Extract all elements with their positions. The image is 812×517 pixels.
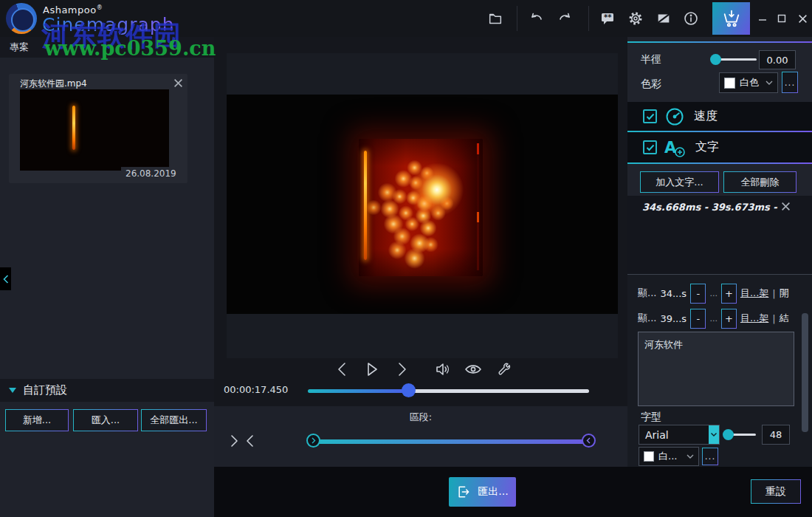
preset-import-button[interactable]: 匯入... <box>73 409 138 431</box>
pipe: | <box>772 288 775 299</box>
text-overlay-remove-button[interactable] <box>781 202 791 212</box>
chevron-left-icon <box>586 437 591 444</box>
font-family-dropdown[interactable]: Arial <box>639 425 720 445</box>
chevron-down-icon <box>687 454 694 459</box>
shop-button[interactable] <box>712 2 750 35</box>
custom-presets-header[interactable]: 自訂預設 <box>0 379 214 402</box>
chevron-right-icon <box>311 437 316 444</box>
end-time-row: 顯... 39...s - ... + 目...架 | 結 <box>638 308 806 329</box>
preset-new-button[interactable]: 新增... <box>5 409 69 431</box>
font-size-slider-track[interactable] <box>732 434 756 436</box>
increase-button[interactable]: + <box>721 309 737 329</box>
export-button[interactable]: 匯出... <box>449 477 516 507</box>
reset-button[interactable]: 重設 <box>751 479 801 504</box>
clip-thumbnail[interactable] <box>20 89 169 171</box>
feedback-button[interactable]: ** <box>596 7 619 30</box>
radius-slider-track[interactable] <box>720 58 757 61</box>
plus-label: + <box>725 313 733 324</box>
watermark-site-url: www.pc0359.cn <box>44 37 216 60</box>
segment-end-handle[interactable] <box>582 434 596 448</box>
next-frame-button[interactable] <box>393 360 412 379</box>
font-family-value: Arial <box>645 429 709 441</box>
minimize-button[interactable] <box>754 11 771 26</box>
overlay-text-input[interactable]: 河东软件 <box>638 332 794 406</box>
row-label: 顯... <box>638 312 656 325</box>
speed-section-header: 速度 <box>627 102 812 131</box>
maximize-button[interactable] <box>774 11 790 26</box>
segment-range-track[interactable] <box>314 439 588 444</box>
add-text-button[interactable]: 加入文字... <box>640 171 719 193</box>
previous-frame-button[interactable] <box>332 360 351 379</box>
divider <box>627 274 812 275</box>
timeline-track-filled[interactable] <box>308 389 408 393</box>
row-suffix: 開 <box>780 287 789 300</box>
color-dropdown[interactable]: 白色 <box>719 72 778 93</box>
font-size-field[interactable]: 48 <box>762 425 790 445</box>
use-current-time-link[interactable]: 目...架 <box>740 287 768 300</box>
clip-remove-button[interactable] <box>173 78 184 89</box>
font-color-more-button[interactable]: ... <box>702 448 718 465</box>
segment-start-handle[interactable] <box>306 434 320 448</box>
delete-all-button[interactable]: 全部刪除 <box>723 171 796 193</box>
color-more-button[interactable]: ... <box>782 72 798 93</box>
play-button[interactable] <box>362 360 382 379</box>
preset-new-label: 新增... <box>23 414 51 427</box>
preset-export-all-button[interactable]: 全部匯出... <box>141 409 207 431</box>
font-color-value: 白... <box>658 450 682 463</box>
speed-checkbox[interactable] <box>643 109 657 123</box>
row-label: 顯... <box>638 287 656 300</box>
font-size-slider-handle[interactable] <box>723 429 734 440</box>
brand-reg: ® <box>97 4 103 11</box>
nudge-right-icon[interactable] <box>229 434 239 448</box>
toolbar-separator <box>517 6 517 31</box>
news-button[interactable] <box>653 7 675 30</box>
clip-thumbnail-art <box>72 106 75 150</box>
panel-collapse-handle[interactable] <box>0 267 11 290</box>
info-button[interactable] <box>680 7 702 30</box>
plus-label: + <box>725 288 733 299</box>
speed-section-label: 速度 <box>694 109 718 124</box>
segment-nudge-controls <box>229 434 255 448</box>
use-current-time-link[interactable]: 目...架 <box>740 312 768 325</box>
delete-all-label: 全部刪除 <box>741 176 780 189</box>
radius-value-field[interactable]: 0.00 <box>759 50 796 69</box>
open-project-button[interactable] <box>484 7 506 30</box>
video-frame-highlight <box>364 151 367 260</box>
volume-button[interactable] <box>433 360 453 379</box>
tools-button[interactable] <box>494 360 513 379</box>
chevron-left-icon <box>336 362 348 377</box>
radius-slider-handle[interactable] <box>710 54 721 65</box>
timeline-track[interactable] <box>408 389 589 393</box>
undo-button[interactable] <box>526 7 548 30</box>
clip-date: 26.08.2019 <box>121 167 181 180</box>
decrease-button[interactable]: - <box>690 284 706 304</box>
video-viewport[interactable] <box>227 95 618 314</box>
timeline-handle[interactable] <box>402 383 416 397</box>
close-icon <box>798 14 808 24</box>
text-overlay-item[interactable]: 34s.668ms - 39s.673ms - 河东... <box>642 201 779 214</box>
radius-label: 半徑 <box>641 53 661 66</box>
close-icon <box>173 78 183 88</box>
text-section-label: 文字 <box>695 140 719 155</box>
row-dots: ... <box>709 289 718 298</box>
color-swatch-white <box>724 78 735 89</box>
more-label: ... <box>785 78 795 88</box>
more-label: ... <box>705 451 715 462</box>
speaker-icon <box>434 361 452 377</box>
app-logo <box>6 3 37 34</box>
custom-presets-label: 自訂預設 <box>23 383 67 397</box>
settings-button[interactable] <box>625 7 647 30</box>
nudge-left-icon[interactable] <box>245 434 255 448</box>
dropdown-caret[interactable] <box>709 425 719 444</box>
close-window-button[interactable] <box>794 11 811 26</box>
export-label: 匯出... <box>478 485 508 499</box>
font-color-dropdown[interactable]: 白... <box>639 447 699 466</box>
redo-button[interactable] <box>554 7 576 30</box>
text-checkbox[interactable] <box>643 140 657 154</box>
increase-button[interactable]: + <box>721 284 737 304</box>
visibility-button[interactable] <box>464 360 483 379</box>
decrease-button[interactable]: - <box>690 309 706 329</box>
scrollbar-thumb[interactable] <box>802 313 808 432</box>
chevron-down-icon <box>711 433 717 436</box>
close-icon <box>781 202 791 211</box>
